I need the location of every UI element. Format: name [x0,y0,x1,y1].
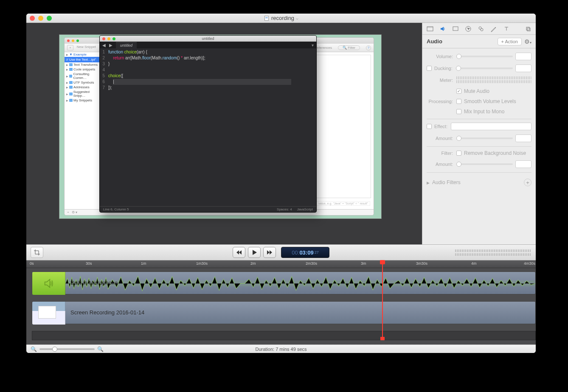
volume-value[interactable] [515,53,531,60]
zoom-slider[interactable] [39,348,95,350]
ducking-slider[interactable] [456,67,513,69]
rewind-button[interactable] [233,247,245,258]
window-title-text: recording [271,15,294,21]
audio-track-icon [32,272,65,295]
timecode[interactable]: 00:03:0927 [281,247,329,258]
preview-sidebar: ▼ Example // Use the Text…ipt" Text Tran… [65,52,104,209]
tracks-area[interactable]: Built-in Microphone Screen Recording 201… [26,268,536,344]
playhead[interactable] [382,260,383,337]
editor-code: function choice(arr) { return arr[Math.f… [107,48,316,206]
timeline-ruler[interactable]: 0s 30s 1m 1m30s 2m 2m30s 3m 3m30s 4m 4m3… [26,260,536,268]
smooth-checkbox[interactable] [456,99,461,104]
level-meter [455,249,531,256]
add-filter-icon[interactable]: + [524,179,531,186]
empty-track[interactable] [32,331,536,340]
inspector-tabs [422,23,536,35]
play-button[interactable] [248,247,261,258]
preview-editor-window: untitled ◀ ▶ untitled ▾ 1234567 function… [99,35,317,213]
video-track-thumb [32,302,65,325]
main-area: + New Snippet New Group references 🔍 Fil… [26,23,536,244]
ducking-checkbox[interactable] [427,66,432,71]
crop-button[interactable] [31,247,43,258]
titlebar: recording ⌵ [26,14,536,23]
minimize-icon[interactable] [38,16,43,21]
editor-cursor-pos: Line 6, Column 5 [103,207,129,211]
mono-checkbox[interactable] [456,109,461,114]
document-icon [264,15,270,21]
video-track-label: Screen Recording 2016-01-14 [70,309,144,316]
effect-checkbox[interactable] [427,124,432,129]
zoom-icon[interactable] [47,16,52,21]
forward-button[interactable] [263,247,276,258]
volume-slider[interactable] [456,56,513,57]
annotate-tab-icon[interactable] [489,25,498,33]
svg-rect-10 [527,28,530,31]
waveform [65,272,535,295]
editor-title: untitled [202,36,214,41]
svg-rect-9 [526,27,529,30]
zoom-control[interactable]: 🔍 🔍 [31,346,104,352]
link-tab-icon[interactable] [477,25,485,33]
video-tab-icon[interactable] [426,25,434,33]
editor-nav-back-icon: ◀ [102,43,106,48]
effect-select[interactable] [451,123,531,130]
timeline: 0s 30s 1m 1m30s 2m 2m30s 3m 3m30s 4m 4m3… [26,260,536,344]
canvas[interactable]: + New Snippet New Group references 🔍 Fil… [26,23,422,244]
transport-bar: 00:03:0927 [26,244,536,260]
cursor-tab-icon[interactable] [464,25,472,33]
duration-label: Duration: 7 mins 49 secs [255,347,306,352]
app-window: recording ⌵ + New Snippet New Group [26,14,536,353]
zoom-out-icon[interactable]: 🔍 [31,346,37,352]
audio-tab-icon[interactable] [439,25,447,33]
video-track[interactable]: Screen Recording 2016-01-14 [32,301,536,324]
window-title[interactable]: recording ⌵ [264,15,298,21]
close-icon[interactable] [30,16,35,21]
layers-tab-icon[interactable] [524,25,532,33]
volume-label: Volume: [427,54,453,59]
gear-icon[interactable]: ⚙▾ [524,38,531,45]
inspector-header: Audio + Action ⚙▾ [422,35,536,48]
screen-tab-icon[interactable] [451,25,460,33]
window-controls [26,16,52,21]
recording-preview: + New Snippet New Group references 🔍 Fil… [59,34,382,219]
audio-meter [456,76,531,84]
noise-checkbox[interactable] [456,151,461,156]
audio-track[interactable]: Built-in Microphone [32,272,536,294]
status-bar: 🔍 🔍 Duration: 7 mins 49 secs [26,344,536,353]
svg-point-8 [481,28,483,31]
editor-nav-fwd-icon: ▶ [109,43,112,48]
chevron-down-icon: ⌵ [296,16,298,20]
audio-filters-row[interactable]: ▶Audio Filters+ [427,176,531,189]
svg-rect-2 [265,18,267,18]
audio-track-label: Built-in Microphone [70,280,118,286]
add-action-button[interactable]: + Action [498,38,522,45]
svg-rect-5 [453,27,458,31]
mute-checkbox[interactable]: ✓ [456,89,461,94]
filter-amount-slider[interactable] [456,163,513,165]
svg-rect-4 [427,27,433,28]
inspector-title: Audio [427,38,442,45]
inspector: Audio + Action ⚙▾ Volume: Ducking: Meter… [422,23,536,244]
text-tab-icon[interactable] [502,25,511,33]
effect-amount-slider[interactable] [456,137,513,139]
svg-rect-1 [265,17,267,17]
zoom-in-icon[interactable]: 🔍 [97,346,104,352]
editor-tab: untitled [116,42,137,48]
